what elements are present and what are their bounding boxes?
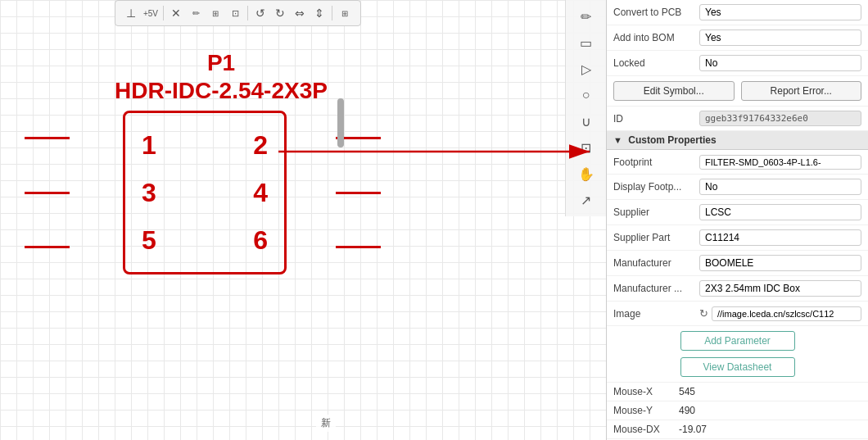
id-label: ID	[613, 113, 699, 125]
pin-4: 4	[253, 178, 268, 208]
manufacturer-desc-row: Manufacturer ...	[607, 276, 868, 302]
id-value: ggeb33f91764332e6e0	[699, 111, 861, 126]
component-title: P1 HDR-IDC-2.54-2X3P	[57, 49, 385, 104]
component-type: HDR-IDC-2.54-2X3P	[57, 77, 385, 105]
convert-to-pcb-select[interactable]: Yes No	[699, 4, 861, 20]
component-box: 1 2 3 4 5 6	[123, 111, 287, 274]
rect-icon[interactable]: ▭	[575, 31, 598, 54]
footprint-input[interactable]	[699, 155, 861, 170]
supplier-select[interactable]: LCSC	[699, 204, 861, 220]
display-footprint-select-wrapper: No Yes	[699, 179, 861, 195]
pin-3: 3	[142, 178, 156, 208]
rotate-ccw-icon[interactable]: ↺	[251, 4, 269, 22]
canvas[interactable]: ⊥ +5V ✕ ✏ ⊞ ⊡ ↺ ↻ ⇔ ⇕ ⊞ ✏ ▭ ▷ ○ ∪ ⊡ ✋ ↗ …	[0, 0, 606, 440]
view-datasheet-button[interactable]: View Datasheet	[680, 357, 795, 377]
report-error-button[interactable]: Report Error...	[741, 81, 862, 101]
toolbar: ⊥ +5V ✕ ✏ ⊞ ⊡ ↺ ↻ ⇔ ⇕ ⊞	[115, 0, 361, 26]
manufacturer-input[interactable]	[699, 255, 861, 271]
toolbar-separator-2	[247, 6, 248, 20]
edit-icon[interactable]: ✏	[187, 4, 205, 22]
add-buttons-row: Add Parameter View Datasheet	[607, 326, 868, 383]
pin-6: 6	[253, 225, 268, 256]
mouse-y-row: Mouse-Y 490	[607, 401, 868, 420]
plus5v-icon[interactable]: +5V	[142, 4, 160, 22]
toolbar-separator-1	[163, 6, 164, 20]
add-into-bom-row: Add into BOM Yes No	[607, 25, 868, 51]
vcc-icon[interactable]: ⊥	[122, 4, 140, 22]
rotate-cw-icon[interactable]: ↻	[271, 4, 289, 22]
arrow-svg	[270, 127, 606, 176]
manufacturer-desc-label: Manufacturer ...	[613, 283, 699, 294]
supplier-part-input[interactable]	[699, 229, 861, 246]
collapse-icon[interactable]: ▼	[613, 135, 622, 145]
bus-icon[interactable]: ⊞	[206, 4, 224, 22]
pin-2: 2	[253, 130, 268, 161]
pin-line-left-2	[25, 192, 70, 194]
circle-icon[interactable]: ○	[575, 84, 598, 107]
pin-icon[interactable]: ⊡	[226, 4, 244, 22]
id-row: ID ggeb33f91764332e6e0	[607, 107, 868, 131]
pin-1: 1	[142, 130, 156, 161]
display-footprint-label: Display Footp...	[613, 181, 699, 193]
custom-properties-title: Custom Properties	[628, 134, 716, 146]
pin-line-left-3	[25, 246, 70, 248]
more-icon[interactable]: ⊞	[336, 4, 354, 22]
locked-row: Locked No Yes	[607, 51, 868, 76]
pin-line-left-1	[25, 137, 70, 139]
locked-select[interactable]: No Yes	[699, 55, 861, 71]
manufacturer-row: Manufacturer	[607, 251, 868, 276]
pin-row-3: 5 6	[125, 225, 284, 256]
mouse-dx-label: Mouse-DX	[613, 424, 679, 435]
refresh-icon[interactable]: ↻	[699, 307, 708, 320]
right-toolbar: ✏ ▭ ▷ ○ ∪ ⊡ ✋ ↗	[565, 0, 606, 216]
mouse-x-label: Mouse-X	[613, 386, 679, 397]
mouse-dx-row: Mouse-DX -19.07	[607, 420, 868, 439]
footprint-label: Footprint	[613, 156, 699, 168]
display-footprint-row: Display Footp... No Yes	[607, 175, 868, 200]
mouse-dx-value: -19.07	[679, 424, 707, 435]
locked-select-wrapper: No Yes	[699, 55, 861, 71]
mouse-x-row: Mouse-X 545	[607, 383, 868, 401]
add-into-bom-label: Add into BOM	[613, 32, 699, 43]
supplier-select-wrapper: LCSC	[699, 204, 861, 220]
add-into-bom-select[interactable]: Yes No	[699, 29, 861, 46]
buttons-row: Edit Symbol... Report Error...	[607, 76, 868, 107]
pencil-icon[interactable]: ✏	[575, 5, 598, 28]
image-label: Image	[613, 308, 699, 320]
image-row: Image ↻	[607, 302, 868, 326]
image-input[interactable]	[712, 306, 861, 321]
pin-row-2: 3 4	[125, 178, 284, 208]
add-parameter-button[interactable]: Add Parameter	[680, 331, 795, 351]
supplier-row: Supplier LCSC	[607, 200, 868, 225]
footprint-row: Footprint	[607, 150, 868, 175]
custom-properties-header: ▼ Custom Properties	[607, 131, 868, 150]
component-refdes: P1	[57, 49, 385, 77]
pin-line-right-2	[336, 192, 381, 194]
mirror-h-icon[interactable]: ⇔	[291, 4, 309, 22]
bottom-text: 新	[316, 415, 336, 432]
arrow-icon[interactable]: ↗	[575, 188, 598, 211]
pin-5: 5	[142, 225, 156, 256]
supplier-part-label: Supplier Part	[613, 232, 699, 243]
manufacturer-desc-input[interactable]	[699, 280, 861, 297]
convert-to-pcb-row: Convert to PCB Yes No	[607, 0, 868, 25]
supplier-label: Supplier	[613, 206, 699, 218]
add-into-bom-select-wrapper: Yes No	[699, 29, 861, 46]
mouse-y-label: Mouse-Y	[613, 405, 679, 416]
scrollbar-thumb[interactable]	[337, 98, 344, 147]
manufacturer-label: Manufacturer	[613, 257, 699, 269]
supplier-part-row: Supplier Part	[607, 225, 868, 251]
convert-to-pcb-label: Convert to PCB	[613, 7, 699, 18]
edit-symbol-button[interactable]: Edit Symbol...	[613, 81, 735, 101]
delete-icon[interactable]: ✕	[167, 4, 185, 22]
mouse-x-value: 545	[679, 386, 695, 397]
triangle-icon[interactable]: ▷	[575, 57, 598, 80]
mirror-v-icon[interactable]: ⇕	[310, 4, 328, 22]
toolbar-separator-3	[332, 6, 332, 20]
mouse-y-value: 490	[679, 405, 695, 416]
locked-label: Locked	[613, 57, 699, 69]
pin-row-1: 1 2	[125, 130, 284, 161]
pin-line-right-3	[336, 246, 381, 248]
display-footprint-select[interactable]: No Yes	[699, 179, 861, 195]
convert-to-pcb-select-wrapper: Yes No	[699, 4, 861, 20]
